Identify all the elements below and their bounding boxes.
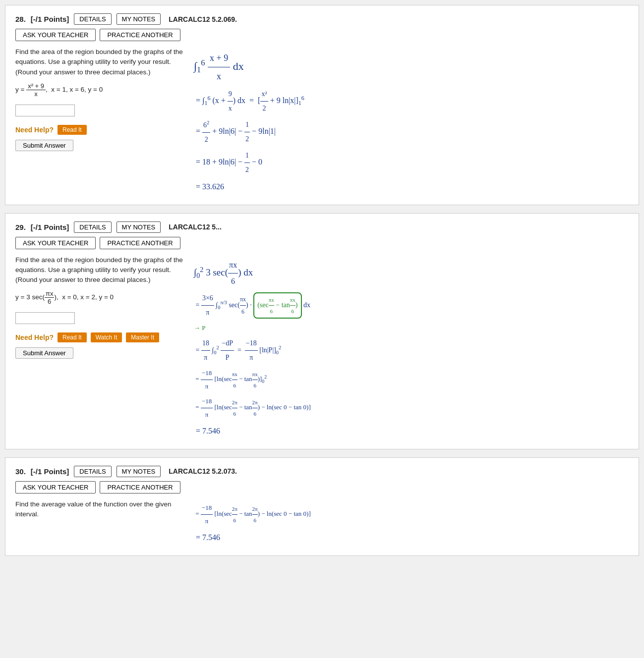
problem-text-28: Find the area of the region bounded by t…: [15, 47, 184, 77]
math-line-29-5: = −18π [ln(secπx6 − tanπx6)]02: [194, 367, 629, 393]
math-line-28-5: = 33.626: [194, 179, 629, 195]
question-28-header: 28. [-/1 Points] DETAILS MY NOTES LARCAL…: [15, 13, 629, 25]
math-line-29-1: ∫02 3 sec(πx6) dx: [194, 257, 629, 289]
left-panel-30: Find the average value of the function o…: [15, 499, 184, 548]
need-help-label-29: Need Help?: [15, 333, 54, 341]
left-panel-29: Find the area of the region bounded by t…: [15, 255, 184, 441]
math-work-29: ∫02 3 sec(πx6) dx = 3×6π ∫0π/3 sec(πx6) …: [194, 257, 629, 439]
read-it-button-29[interactable]: Read It: [58, 332, 87, 342]
submit-button-28[interactable]: Submit Answer: [15, 140, 73, 151]
math-line-29-7: = 7.546: [194, 423, 629, 439]
equation-28: y = x² + 9 x , x = 1, x = 6, y = 0: [15, 82, 184, 98]
practice-another-button-29[interactable]: PRACTICE ANOTHER: [100, 237, 180, 249]
practice-another-button-28[interactable]: PRACTICE ANOTHER: [100, 29, 180, 41]
question-29-header: 29. [-/1 Points] DETAILS MY NOTES LARCAL…: [15, 221, 629, 233]
math-line-29-4: = 18π ∫02 −dPP = −18π [ln|P|]02: [194, 336, 629, 365]
problem-id-29: LARCALC12 5...: [169, 223, 222, 231]
equation-text-29: y = 3 sec(πx6), x = 0, x = 2, y = 0: [15, 293, 114, 301]
math-work-30: = −18π [ln(sec2π6 − tan2π6) − ln(sec 0 −…: [194, 501, 629, 546]
details-button-28[interactable]: DETAILS: [74, 13, 111, 25]
master-it-button-29[interactable]: Master It: [126, 332, 159, 342]
problem-id-28: LARCALC12 5.2.069.: [169, 15, 237, 23]
question-29-number: 29.: [15, 223, 26, 231]
math-line-28-4: = 18 + 9ln|6| − 12 − 0: [194, 149, 629, 177]
left-panel-28: Find the area of the region bounded by t…: [15, 47, 184, 197]
details-button-29[interactable]: DETAILS: [74, 221, 111, 233]
answer-input-29[interactable]: [15, 312, 75, 324]
right-panel-30: = −18π [ln(sec2π6 − tan2π6) − ln(sec 0 −…: [194, 499, 629, 548]
math-line-30-2: = 7.546: [194, 530, 629, 546]
need-help-label-28: Need Help?: [15, 126, 54, 134]
submit-button-29[interactable]: Submit Answer: [15, 347, 73, 359]
my-notes-button-29[interactable]: MY NOTES: [117, 221, 161, 233]
my-notes-button-28[interactable]: MY NOTES: [117, 13, 161, 25]
right-panel-28: ∫16 x + 9x dx = ∫16 (x + 9x) dx = [x²2 +…: [194, 47, 629, 197]
question-30-header: 30. [-/1 Points] DETAILS MY NOTES LARCAL…: [15, 466, 629, 477]
my-notes-button-30[interactable]: MY NOTES: [117, 466, 161, 477]
need-help-29: Need Help? Read It Watch It Master It: [15, 332, 184, 342]
submit-row-28: Submit Answer: [15, 140, 184, 151]
math-line-30-1: = −18π [ln(sec2π6 − tan2π6) − ln(sec 0 −…: [194, 501, 629, 528]
content-area-29: Find the area of the region bounded by t…: [15, 255, 629, 441]
question-28-number: 28.: [15, 15, 26, 23]
answer-input-28[interactable]: [15, 105, 75, 116]
math-work-28: ∫16 x + 9x dx = ∫16 (x + 9x) dx = [x²2 +…: [194, 49, 629, 195]
question-30-block: 30. [-/1 Points] DETAILS MY NOTES LARCAL…: [5, 457, 639, 556]
content-area-30: Find the average value of the function o…: [15, 499, 629, 548]
math-line-28-3: = 622 + 9ln|6| − 12 − 9ln|1|: [194, 117, 629, 147]
math-line-28-1: ∫16 x + 9x dx: [194, 49, 629, 85]
question-29-block: 29. [-/1 Points] DETAILS MY NOTES LARCAL…: [5, 213, 639, 449]
action-row-29: ASK YOUR TEACHER PRACTICE ANOTHER: [15, 237, 629, 249]
math-line-29-2: = 3×6π ∫0π/3 sec(πx6) · (secπx6 − tanπx6…: [194, 291, 629, 320]
page-container: 28. [-/1 Points] DETAILS MY NOTES LARCAL…: [0, 0, 644, 569]
equation-29: y = 3 sec(πx6), x = 0, x = 2, y = 0: [15, 290, 184, 305]
math-line-28-2: = ∫16 (x + 9x) dx = [x²2 + 9 ln|x|]16: [194, 87, 629, 115]
question-28-points: [-/1 Points]: [31, 15, 69, 23]
submit-row-29: Submit Answer: [15, 347, 184, 359]
watch-it-button-29[interactable]: Watch It: [91, 332, 122, 342]
equation-text-28: y = x² + 9 x , x = 1, x = 6, y = 0: [15, 86, 103, 93]
question-29-points: [-/1 Points]: [31, 223, 69, 231]
practice-another-button-30[interactable]: PRACTICE ANOTHER: [100, 481, 180, 494]
right-panel-29: ∫02 3 sec(πx6) dx = 3×6π ∫0π/3 sec(πx6) …: [194, 255, 629, 441]
green-circle-29: (secπx6 − tanπx6): [253, 292, 301, 319]
action-row-28: ASK YOUR TEACHER PRACTICE ANOTHER: [15, 29, 629, 41]
question-28-block: 28. [-/1 Points] DETAILS MY NOTES LARCAL…: [5, 5, 639, 205]
ask-teacher-button-28[interactable]: ASK YOUR TEACHER: [15, 29, 96, 41]
need-help-28: Need Help? Read It: [15, 125, 184, 135]
action-row-30: ASK YOUR TEACHER PRACTICE ANOTHER: [15, 481, 629, 494]
read-it-button-28[interactable]: Read It: [58, 125, 87, 135]
details-button-30[interactable]: DETAILS: [74, 466, 111, 477]
question-30-points: [-/1 Points]: [31, 467, 69, 476]
problem-id-30: LARCALC12 5.2.073.: [169, 467, 237, 475]
content-area-28: Find the area of the region bounded by t…: [15, 47, 629, 197]
arrow-p: → P: [194, 324, 205, 331]
ask-teacher-button-30[interactable]: ASK YOUR TEACHER: [15, 481, 96, 494]
math-line-29-3: → P: [194, 322, 629, 334]
question-30-number: 30.: [15, 467, 26, 476]
problem-text-30: Find the average value of the function o…: [15, 499, 184, 520]
ask-teacher-button-29[interactable]: ASK YOUR TEACHER: [15, 237, 96, 249]
math-line-29-6: = −18π [ln(sec2π6 − tan2π6) − ln(sec 0 −…: [194, 395, 629, 421]
problem-text-29: Find the area of the region bounded by t…: [15, 255, 184, 285]
